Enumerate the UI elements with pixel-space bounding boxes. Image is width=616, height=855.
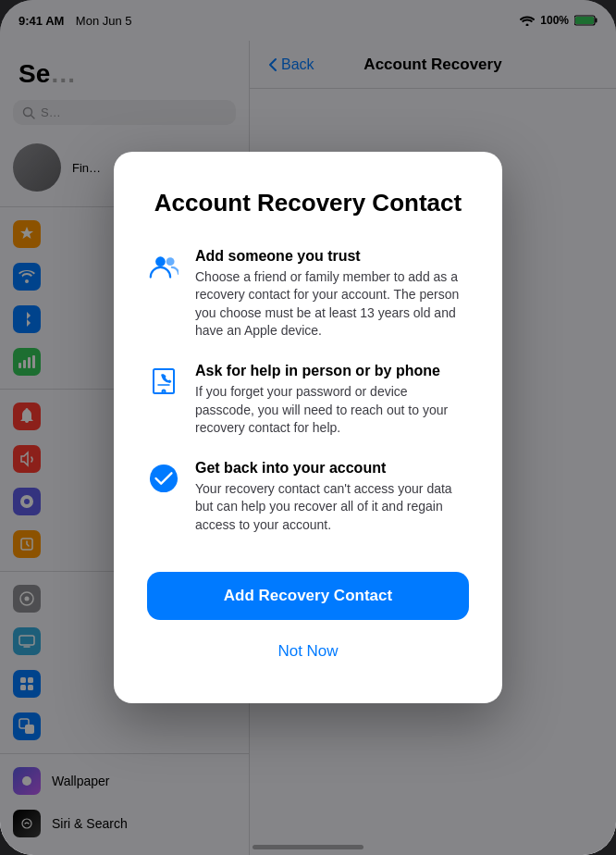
feature-item-trust: Add someone you trust Choose a friend or…	[147, 248, 469, 341]
modal-container: Account Recovery Contact Add someone you…	[114, 152, 502, 702]
not-now-button[interactable]: Not Now	[147, 633, 469, 670]
feature-title-recover: Get back into your account	[195, 460, 469, 477]
feature-list: Add someone you trust Choose a friend or…	[147, 248, 469, 535]
ipad-frame: 9:41 AM Mon Jun 5 100% Se…	[0, 0, 616, 855]
feature-desc-trust: Choose a friend or family member to add …	[195, 268, 469, 341]
feature-item-recover: Get back into your account Your recovery…	[147, 460, 469, 535]
feature-text-trust: Add someone you trust Choose a friend or…	[195, 248, 469, 341]
feature-text-phone: Ask for help in person or by phone If yo…	[195, 363, 469, 438]
feature-text-recover: Get back into your account Your recovery…	[195, 460, 469, 535]
feature-title-trust: Add someone you trust	[195, 248, 469, 265]
phone-icon	[147, 365, 180, 398]
people-icon	[147, 250, 180, 283]
add-recovery-contact-button[interactable]: Add Recovery Contact	[147, 572, 469, 620]
modal-title: Account Recovery Contact	[147, 189, 469, 217]
feature-title-phone: Ask for help in person or by phone	[195, 363, 469, 379]
modal-overlay: Account Recovery Contact Add someone you…	[0, 0, 616, 855]
svg-point-23	[150, 465, 178, 492]
feature-desc-recover: Your recovery contact can't access your …	[195, 480, 469, 535]
check-circle-icon	[147, 462, 180, 495]
svg-point-21	[155, 256, 166, 266]
svg-point-22	[166, 257, 175, 266]
feature-desc-phone: If you forget your password or device pa…	[195, 383, 469, 438]
feature-item-phone: Ask for help in person or by phone If yo…	[147, 363, 469, 438]
